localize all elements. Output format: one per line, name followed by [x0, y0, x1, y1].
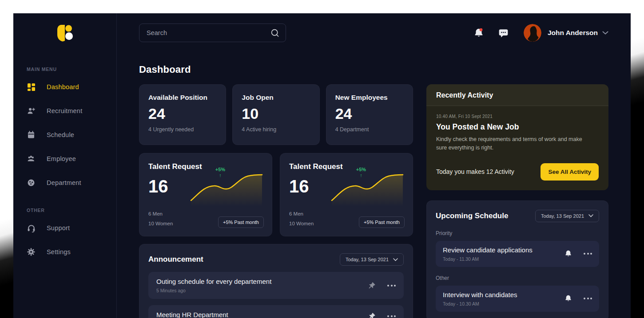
more-options-icon[interactable] — [584, 253, 592, 255]
sidebar-item-label: Dashboard — [47, 83, 79, 90]
announcement-item[interactable]: Meeting HR Department — [148, 305, 404, 318]
schedule-item[interactable]: Review candidate applications Today - 11… — [436, 241, 599, 267]
user-menu-chevron-down-icon[interactable] — [602, 31, 608, 35]
calendar-icon — [27, 130, 36, 139]
announcement-item-title: Outing schedule for every departement — [156, 278, 362, 285]
people-group-icon — [27, 154, 36, 163]
dashboard-grid-icon — [27, 82, 36, 91]
person-plus-icon — [27, 106, 36, 115]
trend-up-arrow-icon: ↑ — [211, 173, 229, 178]
announcement-date-filter[interactable]: Today, 13 Sep 2021 — [340, 253, 404, 266]
trend-up-arrow-icon: ↑ — [352, 173, 370, 178]
department-icon — [27, 178, 36, 187]
activity-description: Kindly check the requirements and terms … — [436, 135, 587, 153]
topbar-actions: John Anderson — [460, 24, 608, 42]
see-all-activity-button[interactable]: See All Activity — [541, 163, 599, 181]
schedule-group-label: Priority — [436, 230, 599, 236]
app-window: MAIN MENU Dashboard Recruitment — [13, 13, 631, 318]
trend-label: +5% ↑ — [352, 167, 370, 178]
logo-icon — [56, 24, 74, 43]
chevron-down-icon — [393, 258, 398, 261]
schedule-item-title: Review candidate applications — [443, 246, 559, 254]
talent-women: 10 Women — [148, 219, 173, 229]
page-title: Dashboard — [139, 64, 608, 75]
stat-card-new-employees: New Employees 24 4 Department — [326, 84, 413, 145]
talent-men: 6 Men — [289, 209, 314, 219]
announcement-title: Announcement — [148, 255, 203, 264]
announcement-item-time: 5 Minutes ago — [156, 288, 362, 293]
sidebar-item-label: Support — [47, 224, 70, 232]
stat-value: 24 — [148, 105, 217, 122]
search-icon[interactable] — [271, 29, 279, 37]
talent-men: 6 Men — [148, 209, 173, 219]
sidebar-item-department[interactable]: Department — [13, 174, 116, 192]
more-options-icon[interactable] — [387, 285, 396, 287]
sidebar-item-support[interactable]: Support — [13, 219, 116, 237]
sidebar-section-label: OTHER — [27, 208, 116, 213]
schedule-group-label: Other — [436, 275, 599, 281]
talent-past-month-badge: +5% Past month — [218, 216, 264, 228]
talent-breakdown: 6 Men 10 Women — [289, 209, 314, 229]
activity-summary: Today you makes 12 Activity — [436, 168, 514, 175]
stat-value: 24 — [335, 105, 404, 122]
sidebar-item-label: Recruitment — [47, 107, 82, 114]
topbar: John Anderson — [139, 13, 608, 52]
sidebar-item-employee[interactable]: Employee — [13, 150, 116, 168]
reminder-bell-icon[interactable] — [564, 294, 572, 302]
stat-subtitle: 4 Urgently needed — [148, 126, 217, 133]
upcoming-schedule-title: Upcoming Schedule — [436, 212, 508, 220]
sidebar-item-schedule[interactable]: Schedule — [13, 126, 116, 144]
search-box — [139, 24, 286, 42]
talent-request-row: Talent Request 16 — [139, 153, 413, 236]
sidebar-item-dashboard[interactable]: Dashboard — [13, 78, 116, 96]
schedule-item-time: Today - 11.30 AM — [443, 256, 559, 262]
recently-activity-card: Recently Activity 10.40 AM, Fri 10 Sept … — [426, 84, 608, 190]
talent-breakdown: 6 Men 10 Women — [148, 209, 173, 229]
notifications-bell-icon[interactable] — [473, 27, 485, 39]
more-options-icon[interactable] — [387, 315, 396, 317]
stat-title: Job Open — [242, 94, 310, 102]
stat-title: Available Position — [148, 94, 217, 102]
trend-label: +5% ↑ — [211, 167, 229, 178]
user-avatar[interactable] — [524, 24, 541, 42]
talent-women: 10 Women — [289, 219, 314, 229]
headset-icon — [27, 224, 36, 232]
reminder-bell-icon[interactable] — [564, 250, 572, 258]
sidebar-section-label: MAIN MENU — [27, 67, 116, 72]
announcement-card: Announcement Today, 13 Sep 2021 Outing s… — [139, 244, 413, 318]
talent-past-month-badge: +5% Past month — [359, 216, 405, 228]
chevron-down-icon — [588, 214, 593, 217]
search-input[interactable] — [147, 29, 271, 36]
main-area: John Anderson Dashboard Available Positi… — [117, 13, 631, 318]
activity-timestamp: 10.40 AM, Fri 10 Sept 2021 — [436, 114, 599, 119]
sidebar-item-label: Settings — [47, 248, 71, 255]
stats-row: Available Position 24 4 Urgently needed … — [139, 84, 413, 145]
sidebar-item-label: Schedule — [47, 131, 74, 138]
stat-value: 10 — [242, 105, 310, 122]
app-logo[interactable] — [13, 24, 116, 44]
sidebar: MAIN MENU Dashboard Recruitment — [13, 13, 117, 318]
schedule-item[interactable]: Interview with candidates Today - 10.30 … — [436, 286, 599, 312]
stat-title: New Employees — [335, 94, 404, 102]
gear-icon — [27, 247, 36, 256]
upcoming-schedule-card: Upcoming Schedule Today, 13 Sep 2021 Pri… — [426, 200, 608, 318]
stat-card-available-position: Available Position 24 4 Urgently needed — [139, 84, 226, 145]
more-options-icon[interactable] — [584, 298, 592, 299]
recently-activity-title: Recently Activity — [426, 84, 608, 106]
schedule-date-filter[interactable]: Today, 13 Sep 2021 — [535, 210, 599, 222]
schedule-item-title: Interview with candidates — [443, 291, 559, 298]
sidebar-item-recruitment[interactable]: Recruitment — [13, 102, 116, 120]
schedule-item-time: Today - 10.30 AM — [443, 301, 559, 306]
messages-chat-icon[interactable] — [498, 27, 509, 39]
talent-request-card: Talent Request 16 — [139, 153, 272, 236]
announcement-item[interactable]: Outing schedule for every departement 5 … — [148, 272, 404, 299]
sidebar-item-label: Employee — [47, 155, 76, 162]
stat-card-job-open: Job Open 10 4 Active hiring — [232, 84, 319, 145]
announcement-item-title: Meeting HR Department — [156, 311, 362, 318]
pin-icon[interactable] — [368, 312, 376, 318]
talent-request-card: Talent Request 16 +5% ↑ 6 Men 10 Wome — [280, 153, 413, 236]
activity-headline: You Posted a New Job — [436, 122, 599, 132]
sidebar-item-settings[interactable]: Settings — [13, 243, 116, 261]
user-name[interactable]: John Anderson — [548, 29, 598, 37]
pin-icon[interactable] — [368, 282, 376, 290]
